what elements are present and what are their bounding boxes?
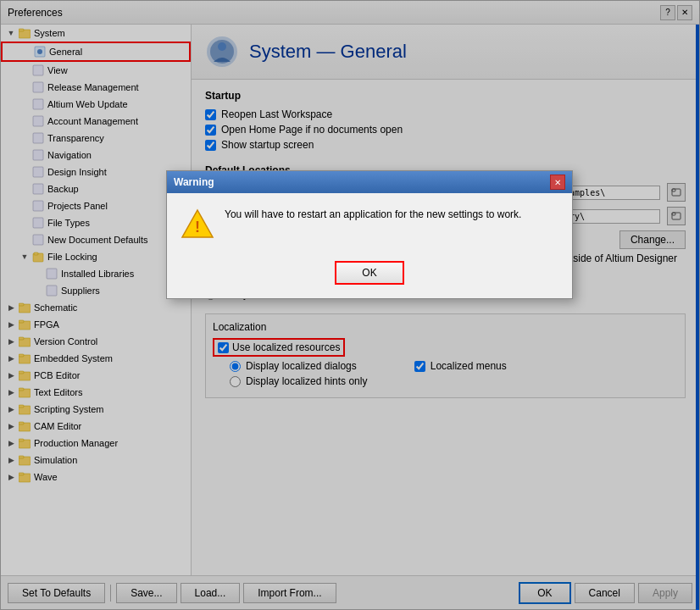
dialog-close-button[interactable]: ✕ xyxy=(550,175,565,190)
warning-dialog: Warning ✕ ! You will have to restart an … xyxy=(166,170,573,299)
dialog-ok-button[interactable]: OK xyxy=(335,261,403,285)
dialog-buttons: OK xyxy=(167,254,572,298)
dialog-title: Warning xyxy=(174,176,214,188)
warning-icon: ! xyxy=(181,207,214,241)
svg-text:!: ! xyxy=(195,219,200,236)
dialog-content: ! You will have to restart an applicatio… xyxy=(167,193,572,254)
modal-overlay: Warning ✕ ! You will have to restart an … xyxy=(1,1,699,609)
dialog-title-bar: Warning ✕ xyxy=(167,171,572,193)
main-window: Preferences ? ✕ ▼ System xyxy=(0,0,700,610)
dialog-message: You will have to restart an application … xyxy=(225,207,558,222)
